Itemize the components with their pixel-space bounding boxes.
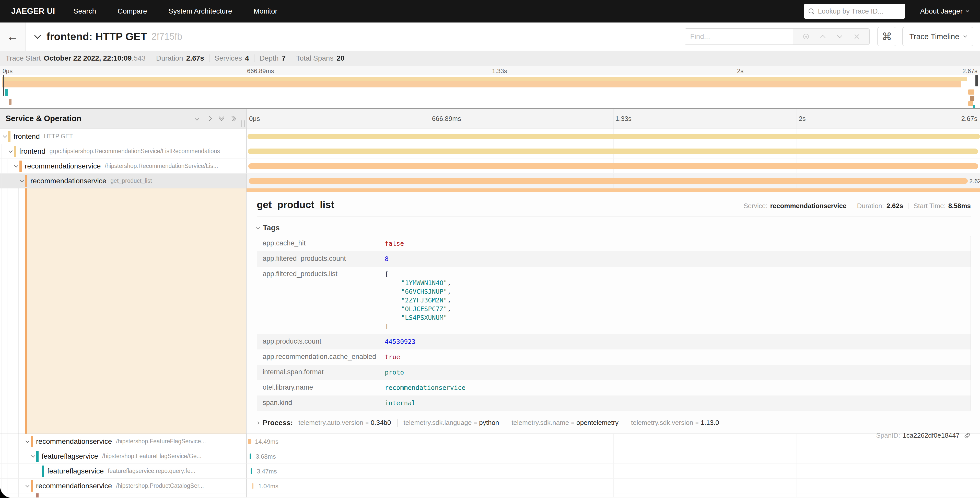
tag-row[interactable]: app.filtered_products.count8 [257, 251, 970, 267]
lookup-placeholder: Lookup by Trace ID... [818, 7, 883, 15]
json-list-item: "LS4PSXUNUM" [385, 313, 451, 322]
timeline-ticks: 0μs666.89ms1.33s2s2.67s [247, 109, 980, 129]
span-name-cell[interactable]: frontendgrpc.hipstershop.RecommendationS… [0, 144, 247, 159]
collapse-one-icon[interactable] [194, 115, 199, 121]
back-button[interactable]: ← [0, 22, 25, 51]
span-children-toggle[interactable] [2, 136, 8, 137]
span-name-cell[interactable]: featureflagservicefeatureflagservice.rep… [0, 464, 247, 479]
tag-row[interactable]: internal.span.formatproto [257, 365, 970, 380]
tag-value: ["1YMWWN1N4O","66VCHSJNUP","2ZYFJ3GM2N",… [385, 270, 451, 331]
process-item: telemetry.sdk.version=1.13.0 [631, 419, 719, 427]
about-jaeger-menu[interactable]: About Jaeger [920, 7, 969, 15]
column-resize-grip[interactable] [241, 120, 245, 127]
tag-row[interactable]: app.cache_hitfalse [257, 236, 970, 251]
span-duration-bar[interactable] [249, 178, 968, 184]
tick-label: 1.33s [492, 67, 507, 75]
minimap-span-mark [973, 105, 975, 108]
span-timeline-cell[interactable]: 3.68ms [247, 449, 980, 464]
jaeger-logo[interactable]: JAEGER UI [11, 6, 55, 16]
chevron-down-icon [256, 225, 260, 229]
chevron-right-icon [256, 421, 259, 425]
tags-section-toggle[interactable]: Tags [257, 224, 971, 232]
json-string: "1YMWWN1N4O" [401, 279, 447, 287]
span-duration-bar[interactable] [248, 163, 978, 169]
prev-match-button[interactable] [818, 32, 828, 42]
span-children-toggle[interactable] [30, 455, 36, 457]
process-value: 1.13.0 [701, 419, 719, 427]
clear-find-button[interactable] [851, 32, 862, 42]
process-section-toggle[interactable]: Process: telemetry.auto.version=0.34b0te… [257, 419, 971, 427]
nav-item-monitor[interactable]: Monitor [253, 7, 277, 15]
collapse-all-icon[interactable] [220, 117, 223, 120]
span-timeline-cell[interactable] [247, 144, 980, 159]
nav-item-compare[interactable]: Compare [118, 7, 147, 15]
span-name-cell[interactable] [0, 493, 247, 498]
focus-match-button[interactable] [801, 32, 811, 42]
span-children-toggle[interactable] [18, 180, 25, 182]
service-operation-header: Service & Operation [0, 109, 247, 129]
trace-view-selector[interactable]: Trace Timeline [902, 27, 974, 46]
process-key: telemetry.sdk.name [511, 419, 569, 427]
span-timeline-cell[interactable]: 3.47ms [247, 464, 980, 479]
detail-meta-value: 2.62s [886, 202, 903, 210]
process-item: telemetry.sdk.language=python [404, 419, 499, 427]
process-value: 0.34b0 [371, 419, 391, 427]
meta-value: 7 [282, 54, 286, 62]
span-operation-title: get_product_list [257, 199, 743, 211]
span-timeline-cell[interactable]: 1.04ms [247, 479, 980, 493]
meta-item: Depth7 [259, 54, 286, 62]
span-children-toggle[interactable] [13, 165, 19, 167]
tag-row[interactable]: app.recommendation.cache_enabledtrue [257, 350, 970, 365]
span-name-cell[interactable]: frontendHTTP GET [0, 129, 247, 144]
trace-id-lookup-input[interactable]: Lookup by Trace ID... [804, 4, 905, 19]
span-name-cell[interactable]: featureflagservice/hipstershop.FeatureFl… [0, 449, 247, 464]
minimap-canvas[interactable] [0, 75, 980, 109]
tag-row[interactable]: app.filtered_products.list["1YMWWN1N4O",… [257, 267, 970, 334]
span-name-cell[interactable]: recommendationservice/hipstershop.Featur… [0, 434, 247, 449]
span-children-toggle[interactable] [7, 150, 14, 152]
process-item: telemetry.sdk.name=opentelemetry [511, 419, 619, 427]
span-timeline-cell[interactable]: 14.49ms [247, 434, 980, 449]
find-input[interactable]: Find... [685, 29, 793, 45]
tag-value: 44530923 [385, 337, 415, 346]
span-duration-bar[interactable] [252, 483, 253, 489]
span-timeline-cell[interactable] [247, 159, 980, 174]
span-duration-bar[interactable] [248, 134, 980, 139]
span-name-cell[interactable]: recommendationservice/hipstershop.Produc… [0, 479, 247, 493]
span-timeline-cell[interactable]: 2.62s [247, 174, 980, 188]
nav-item-system-architecture[interactable]: System Architecture [169, 7, 232, 15]
jaeger-trace-page: JAEGER UI SearchCompareSystem Architectu… [0, 0, 980, 498]
tag-row[interactable]: app.products.count44530923 [257, 334, 970, 350]
tick-label: 2s [737, 67, 743, 75]
chevron-down-icon [3, 134, 7, 138]
tag-row[interactable]: otel.library.namerecommendationservice [257, 380, 970, 396]
expand-all-icon[interactable] [232, 117, 235, 120]
span-timeline-cell[interactable] [247, 129, 980, 144]
span-duration-bar[interactable] [250, 453, 251, 459]
next-match-button[interactable] [835, 32, 845, 42]
span-detail-color-block[interactable] [25, 188, 246, 434]
span-children-toggle[interactable] [24, 485, 31, 487]
service-name: recommendationservice [36, 437, 112, 445]
meta-item: Duration2.67s [156, 54, 204, 62]
span-duration-bar[interactable] [248, 439, 251, 444]
meta-label: Depth [259, 54, 279, 62]
keyboard-shortcuts-button[interactable]: ⌘ [877, 27, 896, 46]
span-name-cell[interactable]: recommendationserviceget_product_list [0, 174, 247, 188]
expand-one-icon[interactable] [207, 116, 212, 121]
tags-table: app.cache_hitfalseapp.filtered_products.… [257, 236, 971, 411]
collapse-trace-icon[interactable] [34, 32, 41, 38]
tag-row[interactable]: span.kindinternal [257, 396, 970, 411]
meta-divider [151, 54, 151, 62]
process-equals: = [474, 420, 477, 426]
meta-value: 2.67s [186, 54, 204, 62]
span-duration-bar[interactable] [251, 468, 252, 474]
span-duration-bar[interactable] [248, 148, 978, 154]
span-children-toggle[interactable] [24, 441, 31, 442]
meta-label: Duration [156, 54, 183, 62]
meta-value: 4 [245, 54, 249, 62]
chevron-up-icon [820, 35, 826, 40]
span-timeline-cell[interactable] [247, 493, 980, 498]
nav-item-search[interactable]: Search [73, 7, 96, 15]
span-name-cell[interactable]: recommendationservice/hipstershop.Recomm… [0, 159, 247, 174]
